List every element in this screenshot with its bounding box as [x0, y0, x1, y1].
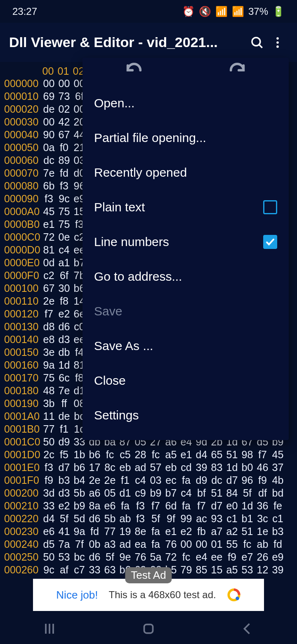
hex-byte[interactable]: d8 — [41, 320, 57, 333]
menu-save-as[interactable]: Save As ... — [82, 329, 289, 363]
hex-byte[interactable]: b9 — [72, 500, 87, 512]
hex-row[interactable]: 000220d45f5dd65babf35f9f99ac93c1b13cc1 — [3, 512, 297, 525]
hex-byte[interactable]: fd — [87, 525, 102, 538]
hex-byte[interactable]: f3 — [41, 192, 57, 205]
menu-plain-text[interactable]: Plain text — [82, 190, 289, 225]
hex-byte[interactable]: fb — [194, 525, 209, 538]
hex-byte[interactable]: 0b — [87, 538, 102, 551]
hex-byte[interactable]: f9 — [224, 551, 240, 564]
hex-byte[interactable]: 00 — [179, 538, 194, 551]
hex-row[interactable]: 0001F0f9b3b42e2ef1c403ecfad9dcd796f94b — [3, 474, 297, 487]
hex-byte[interactable]: 89 — [57, 154, 72, 167]
hex-byte[interactable]: 5f — [102, 551, 118, 564]
hex-byte[interactable]: f7 — [148, 500, 163, 512]
hex-byte[interactable]: 2e — [41, 295, 57, 308]
hex-byte[interactable]: a6 — [87, 487, 102, 500]
hex-byte[interactable]: f9 — [41, 474, 57, 487]
recents-button[interactable] — [42, 621, 57, 638]
hex-byte[interactable]: f8 — [57, 295, 72, 308]
hex-byte[interactable]: c7 — [72, 564, 87, 576]
hex-byte[interactable]: fc — [179, 551, 194, 564]
hex-byte[interactable]: cd — [179, 461, 194, 474]
hex-byte[interactable]: e2 — [57, 500, 72, 512]
hex-byte[interactable]: ac — [194, 512, 209, 525]
hex-byte[interactable]: 7e — [41, 167, 57, 180]
hex-byte[interactable]: db — [57, 346, 72, 359]
hex-byte[interactable]: 7a — [57, 538, 72, 551]
hex-byte[interactable]: ec — [163, 474, 179, 487]
hex-byte[interactable]: 41 — [57, 525, 72, 538]
hex-byte[interactable]: 76 — [133, 551, 148, 564]
hex-byte[interactable]: e1 — [41, 218, 57, 231]
hex-byte[interactable]: f7 — [194, 500, 209, 512]
hex-byte[interactable]: 99 — [179, 512, 194, 525]
hex-byte[interactable]: 7f — [72, 538, 87, 551]
hex-byte[interactable]: fa — [179, 500, 194, 512]
hex-byte[interactable]: b3 — [57, 474, 72, 487]
hex-byte[interactable]: d1 — [118, 487, 133, 500]
hex-byte[interactable]: d9 — [194, 474, 209, 487]
hex-byte[interactable]: 77 — [102, 525, 118, 538]
hex-byte[interactable]: e7 — [240, 551, 255, 564]
hex-byte[interactable]: 1d — [224, 461, 240, 474]
hex-byte[interactable]: 45 — [270, 448, 285, 461]
hex-byte[interactable]: 36 — [255, 500, 270, 512]
menu-close[interactable]: Close — [82, 363, 289, 398]
hex-byte[interactable]: 72 — [163, 551, 179, 564]
hex-byte[interactable]: fc — [240, 538, 255, 551]
hex-byte[interactable]: ee — [209, 551, 224, 564]
hex-row[interactable]: 0002505053bcd65f9e765a72fce4eef9e726e9 — [3, 551, 297, 564]
hex-byte[interactable]: 79 — [179, 564, 194, 576]
hex-byte[interactable]: f1 — [57, 423, 72, 436]
hex-byte[interactable]: 8e — [133, 525, 148, 538]
hex-byte[interactable]: 1b — [72, 448, 87, 461]
hex-byte[interactable]: 15 — [209, 564, 224, 576]
hex-byte[interactable]: 11 — [41, 410, 57, 423]
hex-byte[interactable]: ab — [118, 512, 133, 525]
hex-byte[interactable]: d6 — [87, 512, 102, 525]
hex-byte[interactable]: f3 — [133, 500, 148, 512]
hex-byte[interactable]: 1d — [57, 359, 72, 372]
hex-byte[interactable]: ff — [57, 397, 72, 410]
hex-byte[interactable]: 8a — [87, 500, 102, 512]
hex-byte[interactable]: fe — [270, 500, 285, 512]
hex-byte[interactable]: d4 — [194, 448, 209, 461]
hex-byte[interactable]: a3 — [102, 538, 118, 551]
hex-byte[interactable]: 6f — [57, 269, 72, 282]
hex-byte[interactable]: 6b — [41, 180, 57, 192]
hex-byte[interactable]: 0a — [41, 141, 57, 154]
hex-byte[interactable]: 00 — [194, 538, 209, 551]
hex-byte[interactable]: 9c — [57, 192, 72, 205]
hex-byte[interactable]: f9 — [255, 474, 270, 487]
hex-byte[interactable]: 5a — [148, 551, 163, 564]
hex-byte[interactable]: d6 — [87, 551, 102, 564]
hex-byte[interactable]: b7 — [163, 487, 179, 500]
hex-byte[interactable]: 6c — [57, 372, 72, 384]
search-button[interactable] — [247, 36, 267, 50]
hex-byte[interactable]: 96 — [240, 474, 255, 487]
hex-byte[interactable]: d7 — [57, 461, 72, 474]
hex-byte[interactable]: 83 — [209, 461, 224, 474]
hex-byte[interactable]: 51 — [240, 525, 255, 538]
hex-byte[interactable]: 17 — [87, 461, 102, 474]
hex-byte[interactable]: f0 — [57, 141, 72, 154]
hex-byte[interactable]: 76 — [163, 538, 179, 551]
hex-byte[interactable]: df — [255, 487, 270, 500]
hex-byte[interactable]: 8c — [102, 461, 118, 474]
overflow-button[interactable] — [267, 36, 288, 50]
hex-byte[interactable]: de — [57, 410, 72, 423]
hex-byte[interactable]: a2 — [224, 525, 240, 538]
hex-byte[interactable]: fa — [179, 474, 194, 487]
hex-byte[interactable]: f7 — [255, 448, 270, 461]
hex-byte[interactable]: 67 — [57, 128, 72, 141]
hex-byte[interactable]: 0d — [41, 256, 57, 269]
hex-byte[interactable]: b6 — [87, 448, 102, 461]
hex-byte[interactable]: c4 — [179, 487, 194, 500]
hex-row[interactable]: 000230e6419afd77198efae1e2fba7a2511eb3 — [3, 525, 297, 538]
hex-byte[interactable]: 81 — [41, 244, 57, 256]
hex-byte[interactable]: fa — [148, 538, 163, 551]
menu-recent[interactable]: Recently opened — [82, 155, 289, 190]
hex-byte[interactable]: 77 — [41, 423, 57, 436]
hex-byte[interactable]: b6 — [72, 461, 87, 474]
hex-byte[interactable]: 03 — [148, 474, 163, 487]
